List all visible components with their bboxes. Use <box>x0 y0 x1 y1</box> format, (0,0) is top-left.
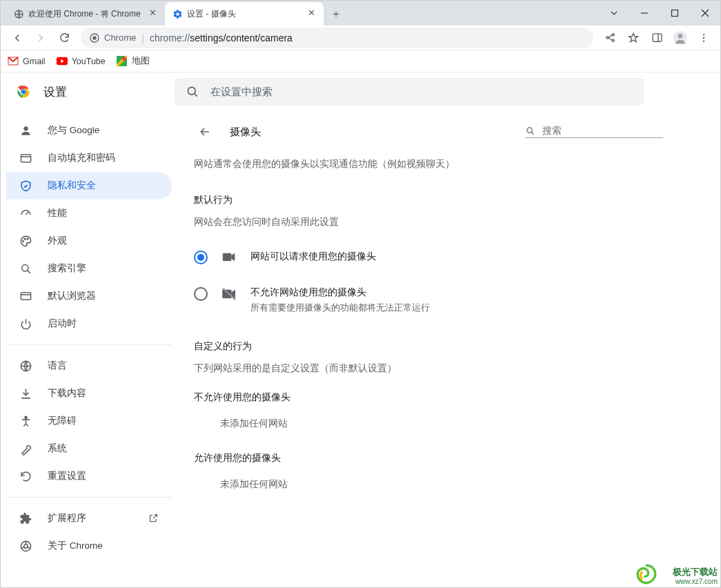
page-title: 摄像头 <box>230 126 511 139</box>
menu-dots-icon[interactable] <box>693 27 715 49</box>
browser-tab[interactable]: 欢迎使用 Chrome - 将 Chrome ✕ <box>6 2 165 26</box>
bookmark-star-icon[interactable] <box>622 27 644 49</box>
svg-point-8 <box>612 34 614 36</box>
restore-icon <box>19 469 32 483</box>
download-icon <box>19 386 32 400</box>
radio-button[interactable] <box>194 287 208 301</box>
sidebar-item-about[interactable]: 关于 Chrome <box>6 532 172 560</box>
minimize-button[interactable] <box>629 2 660 24</box>
divider <box>6 344 172 345</box>
address-bar[interactable]: Chrome | chrome://settings/content/camer… <box>81 28 593 48</box>
svg-point-15 <box>703 37 704 38</box>
allow-list-label: 允许使用您的摄像头 <box>194 452 663 464</box>
caret-down-icon[interactable] <box>599 2 629 24</box>
bookmark-youtube[interactable]: YouTube <box>57 56 106 67</box>
settings-content: 摄像头 网站通常会使用您的摄像头以实现通信功能（例如视频聊天） 默认行为 网站会… <box>177 111 720 588</box>
bookmark-label: YouTube <box>72 57 106 66</box>
svg-line-25 <box>195 94 197 97</box>
section-custom-sub: 下列网站采用的是自定义设置（而非默认设置） <box>194 362 663 375</box>
bookmark-gmail[interactable]: Gmail <box>8 56 46 67</box>
svg-line-29 <box>26 212 28 215</box>
back-button[interactable] <box>6 27 28 49</box>
extension-icon <box>19 511 32 525</box>
close-window-button[interactable] <box>690 2 720 24</box>
svg-point-24 <box>188 87 195 95</box>
open-in-new-icon <box>148 513 159 524</box>
sidebar-item-languages[interactable]: 语言 <box>6 352 172 380</box>
chrome-logo-icon <box>19 539 32 553</box>
sidebar-item-label: 关于 Chrome <box>48 540 103 552</box>
svg-rect-27 <box>21 154 30 161</box>
browser-icon <box>19 289 32 303</box>
reload-button[interactable] <box>53 27 75 49</box>
option-label: 网站可以请求使用您的摄像头 <box>250 251 376 263</box>
svg-point-6 <box>93 37 96 39</box>
sidebar-item-you-and-google[interactable]: 您与 Google <box>6 117 172 144</box>
svg-line-34 <box>27 270 30 273</box>
svg-point-41 <box>23 544 28 548</box>
search-icon <box>19 262 32 275</box>
site-info-icon[interactable]: Chrome <box>89 32 136 43</box>
tab-strip: 欢迎使用 Chrome - 将 Chrome ✕ 设置 - 摄像头 ✕ ＋ <box>1 1 596 26</box>
camera-off-icon <box>221 286 237 302</box>
profile-avatar[interactable] <box>669 27 691 49</box>
bookmarks-bar: Gmail YouTube 地图 <box>1 50 720 72</box>
watermark: 极光下载站 www.xz7.com <box>673 567 718 586</box>
side-panel-icon[interactable] <box>646 27 668 49</box>
forward-button[interactable] <box>30 27 52 49</box>
share-icon[interactable] <box>599 27 621 49</box>
tab-title: 欢迎使用 Chrome - 将 Chrome <box>28 8 143 20</box>
sidebar-item-extensions[interactable]: 扩展程序 <box>6 504 172 532</box>
svg-point-33 <box>21 264 28 271</box>
sidebar-item-label: 无障碍 <box>48 415 77 427</box>
svg-rect-44 <box>223 253 232 261</box>
close-icon[interactable]: ✕ <box>147 8 158 19</box>
option-dont-allow[interactable]: 不允许网站使用您的摄像头所有需要使用摄像头的功能都将无法正常运行 <box>194 282 663 326</box>
sidebar-item-downloads[interactable]: 下载内容 <box>6 380 172 407</box>
autofill-icon <box>19 151 32 165</box>
svg-point-7 <box>606 37 608 39</box>
browser-tab[interactable]: 设置 - 摄像头 ✕ <box>165 2 324 26</box>
bookmark-maps[interactable]: 地图 <box>117 55 150 67</box>
back-arrow-button[interactable] <box>194 121 216 143</box>
maximize-button[interactable] <box>660 2 690 24</box>
sidebar-item-autofill[interactable]: 自动填充和密码 <box>6 144 172 172</box>
sidebar-item-accessibility[interactable]: 无障碍 <box>6 407 172 435</box>
svg-point-30 <box>22 240 23 242</box>
allow-list-empty: 未添加任何网站 <box>194 478 663 491</box>
svg-point-16 <box>703 40 704 41</box>
gear-icon <box>172 8 183 19</box>
sidebar-item-default-browser[interactable]: 默认浏览器 <box>6 282 172 310</box>
settings-search[interactable]: 在设置中搜索 <box>175 78 644 106</box>
block-list-empty: 未添加任何网站 <box>194 418 663 430</box>
sidebar-item-label: 启动时 <box>48 317 77 330</box>
sidebar-item-reset[interactable]: 重置设置 <box>6 462 172 490</box>
sidebar-item-label: 自动填充和密码 <box>48 152 115 164</box>
section-default-label: 默认行为 <box>194 194 663 206</box>
camera-icon <box>221 249 237 264</box>
content-search-input[interactable] <box>542 126 663 136</box>
sidebar-item-appearance[interactable]: 外观 <box>6 227 172 255</box>
watermark-line2: www.xz7.com <box>673 578 718 586</box>
intro-text: 网站通常会使用您的摄像头以实现通信功能（例如视频聊天） <box>194 158 663 170</box>
wrench-icon <box>19 442 32 455</box>
sidebar-item-label: 语言 <box>48 360 67 372</box>
sidebar-item-privacy[interactable]: 隐私和安全 <box>6 172 172 199</box>
sidebar-item-label: 您与 Google <box>48 124 99 137</box>
sidebar-item-search-engine[interactable]: 搜索引擎 <box>6 255 172 282</box>
sidebar-item-startup[interactable]: 启动时 <box>6 310 172 337</box>
watermark-logo-icon <box>635 562 658 586</box>
content-search[interactable] <box>525 126 663 138</box>
shield-icon <box>19 179 32 193</box>
svg-point-9 <box>612 39 614 41</box>
option-sites-can-ask[interactable]: 网站可以请求使用您的摄像头 <box>194 245 663 282</box>
youtube-icon <box>57 56 68 67</box>
sidebar-item-label: 重置设置 <box>48 470 86 482</box>
close-icon[interactable]: ✕ <box>306 8 317 19</box>
radio-button[interactable] <box>194 251 208 264</box>
sidebar-item-performance[interactable]: 性能 <box>6 199 172 227</box>
sidebar-item-label: 默认浏览器 <box>48 290 96 302</box>
globe-icon <box>13 8 24 19</box>
new-tab-button[interactable]: ＋ <box>326 4 346 23</box>
sidebar-item-system[interactable]: 系统 <box>6 435 172 462</box>
